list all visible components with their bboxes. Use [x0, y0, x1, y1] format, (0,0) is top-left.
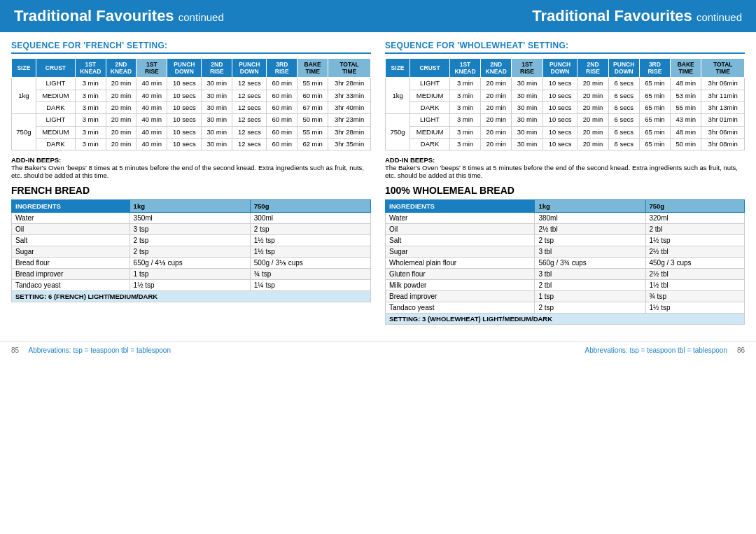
- table-row: MEDIUM3 min20 min40 min10 secs30 min12 s…: [12, 126, 371, 138]
- list-item: Sugar3 tbl2½ tbl: [386, 246, 745, 258]
- table-cell: Salt: [12, 235, 130, 246]
- table-row: 1kgLIGHT3 min20 min40 min10 secs30 min12…: [12, 78, 371, 90]
- list-item: Oil2½ tbl2 tbl: [386, 224, 745, 235]
- table-cell: MEDIUM: [36, 126, 75, 138]
- table-cell: 20 min: [578, 90, 608, 101]
- table-cell: 50 min: [298, 114, 328, 126]
- table-cell: 320ml: [645, 213, 745, 224]
- list-item: Bread flour650g / 4⅓ cups500g / 3⅓ cups: [12, 258, 371, 269]
- table-cell: 50 min: [671, 139, 701, 150]
- table-cell: 650g / 4⅓ cups: [130, 258, 250, 269]
- table-cell: MEDIUM: [36, 90, 75, 101]
- th-1st-knead: 1STKNEAD: [76, 59, 106, 78]
- wth-punch-down: PUNCHDOWN: [542, 59, 578, 78]
- right-page-num: 86: [737, 346, 745, 354]
- table-row: 750gLIGHT3 min20 min40 min10 secs30 min1…: [12, 114, 371, 126]
- table-cell: 3hr 33min: [328, 90, 371, 101]
- left-title-continued: continued: [178, 11, 224, 23]
- table-cell: 3hr 01min: [701, 114, 745, 126]
- table-cell: 20 min: [481, 78, 512, 90]
- table-cell: 20 min: [578, 139, 608, 150]
- table-cell: 2 tsp: [130, 246, 250, 258]
- list-item: Oil3 tsp2 tsp: [12, 224, 371, 235]
- table-cell: 20 min: [106, 102, 136, 114]
- table-cell: 60 min: [267, 139, 298, 150]
- french-schedule-table: SIZE CRUST 1STKNEAD 2NDKNEAD 1STRISE PUN…: [11, 58, 371, 150]
- table-cell: 3 min: [450, 102, 481, 114]
- table-cell: 1¼ tsp: [250, 280, 370, 291]
- wth-punch-down2: PUNCHDOWN: [608, 59, 639, 78]
- table-cell: 30 min: [202, 139, 232, 150]
- table-cell: 12 secs: [232, 114, 267, 126]
- table-cell: 30 min: [202, 114, 232, 126]
- table-cell: 1½ tsp: [130, 280, 250, 291]
- table-cell: Bread improver: [386, 291, 535, 302]
- wth-1st-knead: 1STKNEAD: [450, 59, 481, 78]
- table-cell: 3hr 11min: [701, 90, 745, 101]
- table-cell: 2 tsp: [535, 235, 645, 246]
- table-cell: 2 tsp: [535, 302, 645, 314]
- page-wrapper: Traditional Favourites continued Traditi…: [0, 0, 756, 358]
- table-cell: LIGHT: [410, 114, 450, 126]
- right-header-title: Traditional Favourites continued: [532, 7, 742, 25]
- right-title-main: Traditional Favourites: [532, 7, 692, 24]
- list-item: Salt2 tsp1½ tsp: [386, 235, 745, 246]
- table-cell: 48 min: [671, 78, 701, 90]
- table-cell: 10 secs: [167, 102, 202, 114]
- ing-header-750g: 750g: [250, 200, 370, 213]
- table-cell: 62 min: [298, 139, 328, 150]
- table-cell: 3 min: [76, 114, 106, 126]
- table-cell: 2 tbl: [645, 224, 745, 235]
- th-bake-time: BAKETIME: [298, 59, 328, 78]
- french-ingredients-table: INGREDIENTS 1kg 750g Water350ml300mlOil3…: [11, 199, 371, 302]
- table-cell: 10 secs: [167, 78, 202, 90]
- table-cell: 20 min: [481, 102, 512, 114]
- table-cell: 30 min: [512, 90, 542, 101]
- list-item: Bread improver1 tsp¾ tsp: [12, 269, 371, 280]
- table-cell: 20 min: [578, 78, 608, 90]
- table-cell: DARK: [410, 139, 450, 150]
- th-total-time: TOTALTIME: [328, 59, 371, 78]
- table-cell: 40 min: [136, 90, 167, 101]
- right-abbrev: Abbrevations: tsp = teaspoon tbl = table…: [584, 346, 727, 354]
- table-cell: 3 min: [450, 126, 481, 138]
- list-item: Salt2 tsp1½ tsp: [12, 235, 371, 246]
- wth-1st-rise: 1STRISE: [512, 59, 542, 78]
- table-cell: 12 secs: [232, 78, 267, 90]
- left-column: SEQUENCE FOR 'FRENCH' SETTING: SIZE CRUS…: [11, 41, 371, 330]
- table-cell: 20 min: [481, 126, 512, 138]
- table-cell: 60 min: [267, 102, 298, 114]
- table-cell: 60 min: [267, 90, 298, 101]
- table-cell: 3 min: [76, 90, 106, 101]
- table-cell: 3 min: [450, 114, 481, 126]
- table-row: MEDIUM3 min20 min30 min10 secs20 min6 se…: [386, 90, 745, 101]
- th-crust: CRUST: [36, 59, 75, 78]
- ing-header-1kg: 1kg: [130, 200, 250, 213]
- wth-size: SIZE: [386, 59, 410, 78]
- wholewheat-sequence-title: SEQUENCE FOR 'WHOLEWHEAT' SETTING:: [385, 41, 745, 54]
- table-cell: 53 min: [671, 90, 701, 101]
- th-punch-down: PUNCHDOWN: [167, 59, 202, 78]
- table-cell: MEDIUM: [410, 126, 450, 138]
- table-cell: 20 min: [578, 102, 608, 114]
- table-cell: 1½ tsp: [645, 302, 745, 314]
- table-cell: Sugar: [386, 246, 535, 258]
- table-cell: 2 tsp: [250, 224, 370, 235]
- table-cell: Tandaco yeast: [386, 302, 535, 314]
- th-2nd-rise: 2NDRISE: [202, 59, 232, 78]
- table-cell: Water: [12, 213, 130, 224]
- table-cell: 3hr 23min: [328, 114, 371, 126]
- table-cell: 6 secs: [608, 114, 639, 126]
- table-cell: 30 min: [512, 139, 542, 150]
- th-2nd-knead: 2NDKNEAD: [106, 59, 136, 78]
- wholemeal-ingredients-table: INGREDIENTS 1kg 750g Water380ml320mlOil2…: [385, 199, 745, 325]
- left-title-main: Traditional Favourites: [14, 7, 174, 24]
- table-cell: 12 secs: [232, 126, 267, 138]
- table-row: 750gLIGHT3 min20 min30 min10 secs20 min6…: [386, 114, 745, 126]
- table-cell: 450g / 3 cups: [645, 258, 745, 269]
- french-add-in-text: The Baker's Oven 'beeps' 8 times at 5 mi…: [11, 164, 364, 179]
- table-cell: 60 min: [267, 78, 298, 90]
- page-footer: 85 Abbrevations: tsp = teaspoon tbl = ta…: [0, 342, 756, 358]
- footer-left: 85 Abbrevations: tsp = teaspoon tbl = ta…: [11, 346, 171, 354]
- right-column: SEQUENCE FOR 'WHOLEWHEAT' SETTING: SIZE …: [385, 41, 745, 330]
